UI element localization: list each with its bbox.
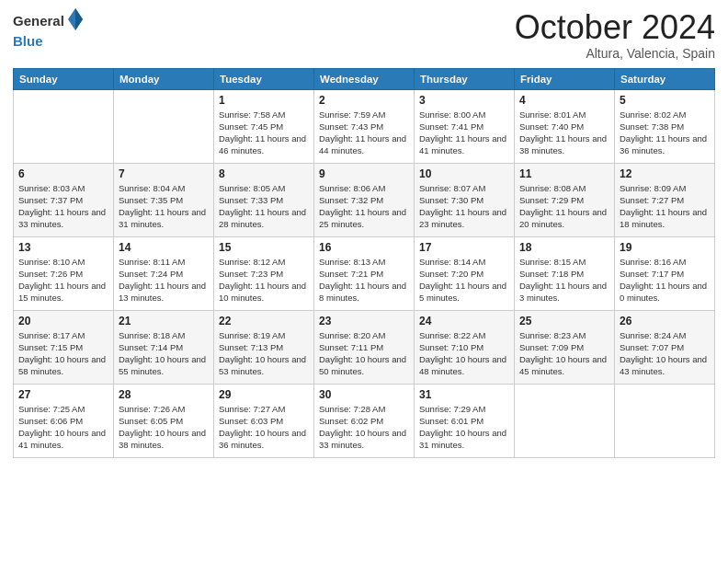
day-number: 19 [620, 241, 710, 254]
table-row: 17 Sunrise: 8:14 AMSunset: 7:20 PMDaylig… [415, 236, 515, 310]
day-info: Sunrise: 8:00 AMSunset: 7:41 PMDaylight:… [419, 109, 509, 157]
logo: General Blue [13, 9, 85, 50]
day-number: 10 [419, 167, 509, 180]
table-row: 21 Sunrise: 8:18 AMSunset: 7:14 PMDaylig… [114, 310, 214, 384]
day-info: Sunrise: 8:02 AMSunset: 7:38 PMDaylight:… [620, 109, 710, 157]
day-number: 18 [519, 241, 609, 254]
day-number: 21 [119, 315, 209, 327]
col-friday: Friday [515, 68, 615, 89]
table-row: 31 Sunrise: 7:29 AMSunset: 6:01 PMDaylig… [415, 384, 515, 457]
table-row: 22 Sunrise: 8:19 AMSunset: 7:13 PMDaylig… [214, 310, 314, 384]
table-row: 9 Sunrise: 8:06 AMSunset: 7:32 PMDayligh… [314, 163, 415, 236]
calendar-week-row: 27 Sunrise: 7:25 AMSunset: 6:06 PMDaylig… [14, 384, 715, 457]
table-row: 7 Sunrise: 8:04 AMSunset: 7:35 PMDayligh… [114, 163, 214, 236]
title-block: October 2024 Altura, Valencia, Spain [515, 9, 715, 61]
calendar-header-row: Sunday Monday Tuesday Wednesday Thursday… [14, 68, 715, 89]
table-row [615, 384, 715, 457]
day-info: Sunrise: 8:18 AMSunset: 7:14 PMDaylight:… [119, 329, 209, 378]
day-info: Sunrise: 8:17 AMSunset: 7:15 PMDaylight:… [18, 329, 108, 378]
calendar-table: Sunday Monday Tuesday Wednesday Thursday… [13, 68, 715, 458]
day-info: Sunrise: 8:03 AMSunset: 7:37 PMDaylight:… [18, 182, 108, 231]
table-row [14, 89, 114, 163]
table-row: 10 Sunrise: 8:07 AMSunset: 7:30 PMDaylig… [415, 163, 515, 236]
day-number: 16 [319, 241, 409, 254]
day-number: 24 [419, 315, 509, 327]
day-info: Sunrise: 8:08 AMSunset: 7:29 PMDaylight:… [519, 182, 609, 231]
table-row: 16 Sunrise: 8:13 AMSunset: 7:21 PMDaylig… [314, 236, 415, 310]
table-row: 4 Sunrise: 8:01 AMSunset: 7:40 PMDayligh… [515, 89, 615, 163]
table-row: 1 Sunrise: 7:58 AMSunset: 7:45 PMDayligh… [214, 89, 314, 163]
day-info: Sunrise: 8:23 AMSunset: 7:09 PMDaylight:… [519, 329, 609, 378]
day-info: Sunrise: 8:16 AMSunset: 7:17 PMDaylight:… [620, 256, 710, 304]
header: General Blue October 2024 Altura, Valenc… [13, 9, 715, 61]
day-number: 28 [119, 388, 209, 401]
day-number: 17 [419, 241, 509, 254]
day-info: Sunrise: 7:59 AMSunset: 7:43 PMDaylight:… [319, 109, 409, 157]
table-row: 14 Sunrise: 8:11 AMSunset: 7:24 PMDaylig… [114, 236, 214, 310]
table-row: 19 Sunrise: 8:16 AMSunset: 7:17 PMDaylig… [615, 236, 715, 310]
logo-general-text: General [13, 13, 64, 29]
day-number: 25 [519, 315, 609, 327]
col-tuesday: Tuesday [214, 68, 314, 89]
location-subtitle: Altura, Valencia, Spain [515, 46, 715, 61]
day-info: Sunrise: 7:25 AMSunset: 6:06 PMDaylight:… [18, 403, 108, 452]
calendar-week-row: 20 Sunrise: 8:17 AMSunset: 7:15 PMDaylig… [14, 310, 715, 384]
table-row: 11 Sunrise: 8:08 AMSunset: 7:29 PMDaylig… [515, 163, 615, 236]
day-info: Sunrise: 8:15 AMSunset: 7:18 PMDaylight:… [519, 256, 609, 304]
day-number: 31 [419, 388, 509, 401]
day-number: 14 [119, 241, 209, 254]
table-row [114, 89, 214, 163]
calendar-week-row: 1 Sunrise: 7:58 AMSunset: 7:45 PMDayligh… [14, 89, 715, 163]
day-number: 13 [18, 241, 108, 254]
day-number: 2 [319, 94, 409, 107]
day-info: Sunrise: 8:09 AMSunset: 7:27 PMDaylight:… [620, 182, 710, 231]
day-info: Sunrise: 8:24 AMSunset: 7:07 PMDaylight:… [620, 329, 710, 378]
table-row: 2 Sunrise: 7:59 AMSunset: 7:43 PMDayligh… [314, 89, 415, 163]
day-number: 30 [319, 388, 409, 401]
day-info: Sunrise: 8:19 AMSunset: 7:13 PMDaylight:… [219, 329, 309, 378]
day-number: 22 [219, 315, 309, 327]
col-sunday: Sunday [14, 68, 114, 89]
page: General Blue October 2024 Altura, Valenc… [0, 0, 728, 563]
table-row: 24 Sunrise: 8:22 AMSunset: 7:10 PMDaylig… [415, 310, 515, 384]
table-row: 29 Sunrise: 7:27 AMSunset: 6:03 PMDaylig… [214, 384, 314, 457]
day-info: Sunrise: 8:01 AMSunset: 7:40 PMDaylight:… [519, 109, 609, 157]
day-info: Sunrise: 7:27 AMSunset: 6:03 PMDaylight:… [219, 403, 309, 452]
day-info: Sunrise: 8:06 AMSunset: 7:32 PMDaylight:… [319, 182, 409, 231]
day-number: 12 [620, 167, 710, 180]
svg-marker-1 [75, 8, 83, 30]
table-row: 8 Sunrise: 8:05 AMSunset: 7:33 PMDayligh… [214, 163, 314, 236]
day-info: Sunrise: 8:13 AMSunset: 7:21 PMDaylight:… [319, 256, 409, 304]
table-row: 12 Sunrise: 8:09 AMSunset: 7:27 PMDaylig… [615, 163, 715, 236]
day-number: 20 [18, 315, 108, 327]
logo-icon [66, 6, 85, 33]
day-number: 11 [519, 167, 609, 180]
calendar-week-row: 13 Sunrise: 8:10 AMSunset: 7:26 PMDaylig… [14, 236, 715, 310]
col-thursday: Thursday [415, 68, 515, 89]
day-number: 3 [419, 94, 509, 107]
table-row: 6 Sunrise: 8:03 AMSunset: 7:37 PMDayligh… [14, 163, 114, 236]
day-number: 1 [219, 94, 309, 107]
day-number: 8 [219, 167, 309, 180]
day-info: Sunrise: 7:28 AMSunset: 6:02 PMDaylight:… [319, 403, 409, 452]
table-row: 25 Sunrise: 8:23 AMSunset: 7:09 PMDaylig… [515, 310, 615, 384]
table-row: 26 Sunrise: 8:24 AMSunset: 7:07 PMDaylig… [615, 310, 715, 384]
day-info: Sunrise: 7:26 AMSunset: 6:05 PMDaylight:… [119, 403, 209, 452]
table-row: 18 Sunrise: 8:15 AMSunset: 7:18 PMDaylig… [515, 236, 615, 310]
day-info: Sunrise: 8:14 AMSunset: 7:20 PMDaylight:… [419, 256, 509, 304]
day-info: Sunrise: 8:07 AMSunset: 7:30 PMDaylight:… [419, 182, 509, 231]
day-info: Sunrise: 8:10 AMSunset: 7:26 PMDaylight:… [18, 256, 108, 304]
table-row: 13 Sunrise: 8:10 AMSunset: 7:26 PMDaylig… [14, 236, 114, 310]
table-row: 27 Sunrise: 7:25 AMSunset: 6:06 PMDaylig… [14, 384, 114, 457]
day-number: 26 [620, 315, 710, 327]
col-wednesday: Wednesday [314, 68, 415, 89]
month-title: October 2024 [515, 9, 715, 46]
day-number: 7 [119, 167, 209, 180]
table-row: 15 Sunrise: 8:12 AMSunset: 7:23 PMDaylig… [214, 236, 314, 310]
calendar-week-row: 6 Sunrise: 8:03 AMSunset: 7:37 PMDayligh… [14, 163, 715, 236]
day-number: 29 [219, 388, 309, 401]
day-info: Sunrise: 8:12 AMSunset: 7:23 PMDaylight:… [219, 256, 309, 304]
day-info: Sunrise: 8:05 AMSunset: 7:33 PMDaylight:… [219, 182, 309, 231]
day-number: 6 [18, 167, 108, 180]
day-info: Sunrise: 7:58 AMSunset: 7:45 PMDaylight:… [219, 109, 309, 157]
